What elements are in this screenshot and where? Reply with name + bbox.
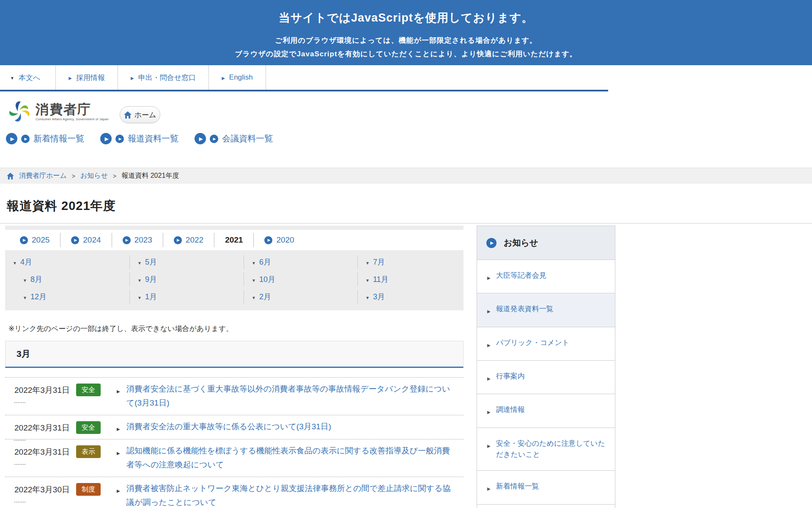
news-date: 2022年3月31日 — [5, 382, 76, 396]
news-link[interactable]: 消費者安全法の重大事故等に係る公表について(3月31日) — [126, 420, 331, 433]
triangle-right-icon — [487, 483, 491, 494]
year-tab-2023[interactable]: 2023 — [112, 233, 163, 247]
logo-title: 消費者庁 — [36, 103, 109, 116]
year-tab-2025[interactable]: 2025 — [9, 233, 60, 247]
quick-link-meeting-materials[interactable]: 会議資料一覧 — [195, 133, 273, 144]
sidebar-item-procurement[interactable]: 調達情報 — [477, 394, 615, 428]
nav-item-label: English — [229, 73, 253, 82]
sidebar-item-public-comment[interactable]: パブリック・コメント — [477, 327, 615, 361]
play-circle-icon — [100, 133, 112, 144]
month-label: 9月 — [145, 274, 157, 284]
triangle-right-icon — [487, 272, 491, 283]
month-link-february[interactable]: 2月 — [244, 290, 357, 304]
play-circle-icon — [486, 238, 497, 248]
triangle-down-icon — [137, 258, 142, 267]
breadcrumb-link-home[interactable]: 消費者庁ホーム — [19, 171, 67, 180]
category-badge: 制度 — [76, 483, 101, 496]
play-circle-icon — [21, 135, 30, 143]
banner-line-1: ご利用のブラウザ環境によっては、機能が一部限定される場合があります。 — [0, 36, 812, 45]
month-link-july[interactable]: 7月 — [357, 255, 464, 269]
year-tab-2024[interactable]: 2024 — [60, 233, 112, 247]
nav-item-recruitment[interactable]: 採用情報 — [56, 65, 118, 90]
play-circle-icon — [123, 236, 131, 244]
category-badge: 安全 — [76, 384, 101, 396]
nav-item-skip-to-content[interactable]: 本文へ — [0, 65, 56, 90]
news-link[interactable]: 消費者被害防止ネットワーク東海とひとり親支援法律事務所との間で差止請求に関する協… — [126, 481, 455, 508]
breadcrumb: 消費者庁ホーム > お知らせ > 報道資料 2021年度 — [0, 168, 812, 184]
month-link-june[interactable]: 6月 — [244, 255, 357, 269]
home-button[interactable]: ホーム — [120, 106, 160, 123]
month-label: 1月 — [145, 292, 157, 302]
year-tab-2021-current: 2021 — [214, 233, 254, 247]
breadcrumb-separator: > — [113, 173, 116, 179]
nav-item-label: 採用情報 — [76, 73, 105, 83]
year-tab-2020[interactable]: 2020 — [254, 233, 304, 247]
triangle-right-icon — [487, 305, 491, 316]
month-link-april[interactable]: 4月 — [5, 255, 129, 269]
play-circle-icon — [195, 133, 206, 144]
breadcrumb-link-news[interactable]: お知らせ — [80, 171, 108, 180]
nav-item-english[interactable]: English — [209, 65, 266, 90]
triangle-down-icon — [252, 258, 256, 267]
category-badge: 表示 — [76, 445, 101, 458]
sidebar-item-press-releases[interactable]: 報道発表資料一覧 — [477, 293, 615, 327]
triangle-down-icon — [365, 275, 370, 284]
month-label: 10月 — [259, 274, 275, 284]
news-row: 2022年3月31日 安全 消費者安全法に基づく重大事故等以外の消費者事故等の事… — [5, 378, 464, 415]
triangle-down-icon — [365, 258, 370, 267]
breadcrumb-home-icon — [7, 173, 14, 179]
year-month-navigator: 2025 2024 2023 2022 2021 2020 — [5, 226, 464, 310]
banner-line-2: ブラウザの設定でJavaScriptを有効にしていただくことにより、より快適にご… — [0, 49, 812, 59]
sidebar-item-press-conference[interactable]: 大臣等記者会見 — [477, 260, 615, 293]
home-button-label: ホーム — [134, 110, 156, 120]
month-link-march[interactable]: 3月 — [357, 290, 464, 304]
news-link[interactable]: 認知機能に係る機能性を標ぼうする機能性表示食品の表示に関する改善指導及び一般消費… — [126, 444, 455, 472]
sidebar-item-label: 安全・安心のために注意していただきたいこと — [496, 438, 608, 461]
quick-link-press-materials[interactable]: 報道資料一覧 — [100, 133, 178, 144]
triangle-right-icon — [487, 339, 491, 350]
javascript-notice-banner: 当サイトではJavaScriptを使用しております。 ご利用のブラウザ環境によっ… — [0, 0, 812, 65]
month-link-september[interactable]: 9月 — [129, 273, 244, 286]
month-link-november[interactable]: 11月 — [357, 273, 464, 286]
triangle-right-icon — [487, 406, 491, 417]
month-link-january[interactable]: 1月 — [129, 290, 244, 304]
quick-link-new-info[interactable]: 新着情報一覧 — [6, 133, 84, 144]
month-label: 4月 — [20, 257, 32, 267]
sidebar-item-label: 報道発表資料一覧 — [496, 304, 554, 315]
news-link[interactable]: 消費者安全法に基づく重大事故等以外の消費者事故等の事故情報データバンク登録につい… — [126, 382, 455, 410]
triangle-right-icon — [487, 440, 491, 451]
year-tab-label: 2023 — [134, 235, 152, 245]
news-row: 2022年3月31日 安全 消費者安全法の重大事故等に係る公表について(3月31… — [5, 415, 464, 439]
page-title: 報道資料 2021年度 — [7, 198, 812, 215]
triangle-right-icon — [117, 449, 120, 456]
play-circle-icon — [115, 135, 124, 143]
sidebar-item-safety-cautions[interactable]: 安全・安心のために注意していただきたいこと — [477, 428, 615, 471]
banner-title: 当サイトではJavaScriptを使用しております。 — [0, 10, 812, 25]
month-link-august[interactable]: 8月 — [5, 273, 129, 286]
home-icon — [124, 111, 132, 119]
month-label: 12月 — [30, 292, 47, 302]
sidebar-item-label: 調達情報 — [496, 404, 525, 415]
triangle-down-icon — [23, 275, 27, 284]
quick-links: 新着情報一覧 報道資料一覧 会議資料一覧 — [6, 133, 812, 144]
year-tab-label: 2025 — [32, 235, 49, 245]
month-link-december[interactable]: 12月 — [5, 290, 129, 304]
sidebar-item-meetings[interactable]: 会議・研究会等一覧 — [477, 505, 615, 508]
nav-item-contact[interactable]: 申出・問合せ窓口 — [118, 65, 209, 90]
sidebar-item-label: パブリック・コメント — [496, 337, 570, 348]
month-link-october[interactable]: 10月 — [244, 273, 357, 286]
sidebar-item-events[interactable]: 行事案内 — [477, 361, 615, 394]
news-list: 2022年3月31日 安全 消費者安全法に基づく重大事故等以外の消費者事故等の事… — [5, 377, 464, 508]
agency-logo[interactable]: 消費者庁 Consumer Affairs Agency, Government… — [8, 100, 109, 124]
breadcrumb-separator: > — [72, 173, 75, 179]
quick-link-label: 報道資料一覧 — [128, 133, 178, 144]
sidebar-item-new-info[interactable]: 新着情報一覧 — [477, 471, 615, 504]
month-link-may[interactable]: 5月 — [129, 255, 244, 269]
triangle-down-icon — [23, 293, 27, 301]
triangle-right-icon — [69, 73, 72, 82]
sidebar-news-menu: お知らせ 大臣等記者会見 報道発表資料一覧 パブリック・コメント 行事案内 調達… — [477, 226, 615, 508]
sidebar-title: お知らせ — [504, 237, 538, 248]
play-circle-icon — [71, 236, 79, 244]
year-tab-2022[interactable]: 2022 — [163, 233, 214, 247]
triangle-down-icon — [10, 73, 14, 82]
